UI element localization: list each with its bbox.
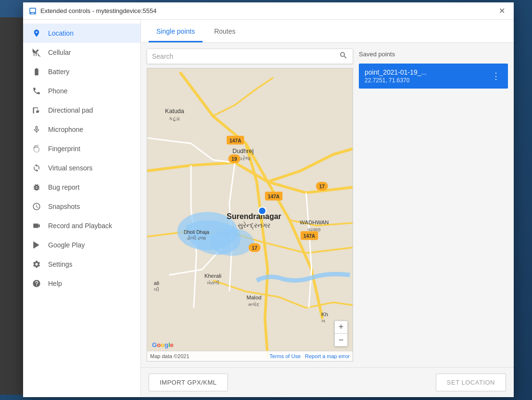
sidebar-item-label: Microphone: [48, 126, 83, 133]
sidebar-item-label: Location: [48, 29, 74, 37]
tabs-bar: Single points Routes: [141, 20, 514, 43]
directional-pad-icon: [32, 105, 41, 115]
svg-text:Surendranagar: Surendranagar: [227, 212, 281, 220]
map-zoom-controls: + −: [334, 321, 348, 347]
svg-text:મળોદ: મળોદ: [248, 302, 260, 307]
sidebar-item-label: Settings: [48, 260, 73, 268]
sidebar-item-label: Fingerprint: [48, 145, 80, 153]
saved-point-item[interactable]: point_2021-01-19_... 22.7251, 71.6370 ⋮: [359, 64, 508, 89]
titlebar-icon: [29, 7, 37, 15]
sidebar-item-google-play[interactable]: Google Play: [23, 235, 140, 255]
search-input[interactable]: [152, 52, 339, 60]
sidebar-item-phone[interactable]: Phone: [23, 81, 140, 101]
map-wrapper: Katuda કટૂડા Dudhrej દૂધરેજ Surendranaga…: [147, 49, 353, 361]
svg-text:19: 19: [231, 156, 237, 162]
svg-text:WADHWAN: WADHWAN: [300, 219, 329, 225]
svg-text:ઢોળી ઢજા: ઢોળી ઢજા: [187, 235, 206, 241]
svg-text:લી: લી: [154, 287, 159, 292]
svg-text:147A: 147A: [229, 138, 241, 143]
zoom-out-button[interactable]: −: [335, 334, 347, 346]
sidebar-item-help[interactable]: Help: [23, 274, 140, 293]
sidebar-item-cellular[interactable]: Cellular: [23, 43, 140, 62]
saved-point-coords: 22.7251, 71.6370: [365, 77, 490, 84]
modal-title: Extended controls - mytestingdevice:5554: [40, 7, 496, 14]
sidebar-item-directional-pad[interactable]: Directional pad: [23, 101, 140, 120]
sidebar-item-record-playback[interactable]: Record and Playback: [23, 216, 140, 235]
sidebar-item-label: Battery: [48, 68, 69, 76]
import-gpx-kml-button[interactable]: IMPORT GPX/KML: [149, 374, 228, 391]
svg-text:Malod: Malod: [247, 295, 262, 300]
sidebar-item-label: Phone: [48, 87, 67, 95]
location-icon: [32, 28, 41, 38]
sidebar-item-virtual-sensors[interactable]: Virtual sensors: [23, 158, 140, 178]
svg-text:Kherali: Kherali: [204, 273, 221, 279]
phone-icon: [32, 86, 41, 96]
sidebar-item-bug-report[interactable]: Bug report: [23, 178, 140, 197]
sidebar-item-fingerprint[interactable]: Fingerprint: [23, 139, 140, 158]
tab-routes[interactable]: Routes: [206, 21, 243, 42]
sidebar-item-microphone[interactable]: Microphone: [23, 120, 140, 139]
svg-text:સુરેન્દ્રનગર: સુરેન્દ્રનગર: [238, 221, 270, 230]
virtual-sensors-icon: [32, 163, 41, 173]
sidebar: Location Cellular Battery: [23, 20, 141, 397]
modal-body: Location Cellular Battery: [23, 20, 514, 397]
saved-point-name: point_2021-01-19_...: [365, 68, 490, 76]
search-bar: [147, 49, 353, 64]
settings-icon: [32, 259, 41, 269]
modal-titlebar: Extended controls - mytestingdevice:5554…: [23, 2, 514, 20]
tab-single-points[interactable]: Single points: [149, 21, 203, 42]
svg-text:Dholi Dhaja: Dholi Dhaja: [184, 230, 209, 235]
svg-text:કટૂડા: કટૂડા: [169, 116, 180, 121]
map-footer: Map data ©2021 Terms of Use Report a map…: [147, 351, 353, 361]
set-location-button[interactable]: SET LOCATION: [436, 374, 506, 391]
svg-text:17: 17: [252, 245, 257, 251]
svg-rect-1: [30, 9, 35, 12]
saved-points-title: Saved points: [359, 49, 508, 60]
sidebar-item-label: Help: [48, 280, 62, 287]
sidebar-item-label: Cellular: [48, 49, 71, 56]
help-icon: [32, 279, 41, 288]
svg-text:17: 17: [319, 184, 325, 189]
report-map-error-link[interactable]: Report a map error: [305, 353, 350, 359]
svg-text:Kh: Kh: [321, 311, 328, 317]
map-data-label: Map data ©2021: [150, 353, 190, 359]
zoom-in-button[interactable]: +: [335, 321, 347, 334]
terms-of-use-link[interactable]: Terms of Use: [269, 353, 301, 359]
svg-text:147A: 147A: [304, 233, 316, 239]
svg-point-36: [258, 207, 266, 215]
map-view[interactable]: Katuda કટૂડા Dudhrej દૂધરેજ Surendranaga…: [147, 68, 353, 361]
svg-text:ખેરાળી: ખેરાળી: [207, 280, 219, 285]
sidebar-item-label: Bug report: [48, 183, 79, 191]
svg-text:Dudhrej: Dudhrej: [232, 148, 253, 155]
svg-text:ali: ali: [154, 280, 159, 286]
svg-text:147A: 147A: [268, 194, 280, 199]
map-links: Terms of Use Report a map error: [266, 353, 350, 359]
sidebar-item-battery[interactable]: Battery: [23, 62, 140, 81]
snapshots-icon: [32, 202, 41, 211]
saved-points-panel: Saved points point_2021-01-19_... 22.725…: [359, 49, 508, 361]
record-playback-icon: [32, 221, 41, 231]
svg-rect-2: [31, 13, 34, 14]
main-content: Single points Routes: [141, 20, 514, 397]
close-button[interactable]: ✕: [496, 6, 508, 16]
sidebar-item-label: Snapshots: [48, 203, 80, 210]
sidebar-item-location[interactable]: Location: [23, 24, 140, 43]
svg-text:ખ: ખ: [321, 318, 325, 323]
sidebar-item-label: Record and Playback: [48, 222, 112, 230]
bottom-bar: IMPORT GPX/KML SET LOCATION: [141, 367, 514, 397]
google-logo: Google: [152, 341, 174, 348]
saved-point-menu-icon[interactable]: ⋮: [490, 70, 502, 82]
sidebar-item-label: Directional pad: [48, 106, 93, 114]
search-button[interactable]: [339, 51, 348, 62]
microphone-icon: [32, 125, 41, 134]
battery-icon: [32, 67, 41, 77]
sidebar-item-label: Virtual sensors: [48, 164, 92, 172]
sidebar-item-label: Google Play: [48, 241, 85, 249]
svg-text:Katuda: Katuda: [165, 108, 184, 115]
bug-report-icon: [32, 182, 41, 192]
sidebar-item-snapshots[interactable]: Snapshots: [23, 197, 140, 216]
map-saved-container: Katuda કટૂડા Dudhrej દૂધરેજ Surendranaga…: [141, 43, 514, 367]
fingerprint-icon: [32, 144, 41, 154]
cellular-icon: [32, 48, 41, 57]
sidebar-item-settings[interactable]: Settings: [23, 255, 140, 274]
